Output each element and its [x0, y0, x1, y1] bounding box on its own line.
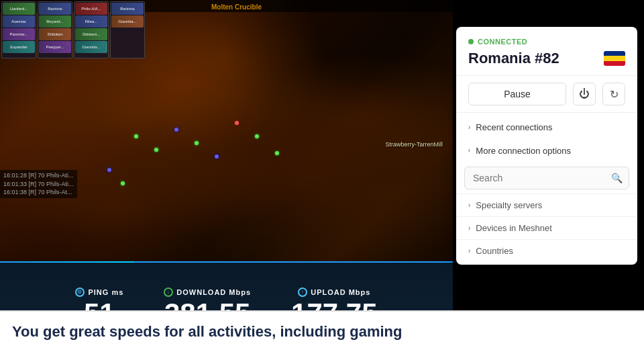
panel-card: Beyond... — [39, 15, 71, 28]
panel-card: Avemiar — [3, 15, 35, 28]
panel-card: Panmier... — [3, 28, 35, 40]
game-background: Llanferd... Avemiar Panmier... Expander … — [0, 0, 453, 289]
log-line-3: 16:01:38 [R] 70 Phils-At... — [3, 188, 74, 197]
unit-dot — [121, 181, 125, 185]
chevron-up-icon: › — [468, 147, 470, 155]
log-line-1: 16:01:28 [R] 70 Phils-Ati... — [3, 171, 74, 180]
game-panels: Llanferd... Avemiar Panmier... Expander … — [1, 1, 145, 58]
pause-button[interactable]: Pause — [468, 83, 566, 105]
upload-icon: ↑ — [298, 288, 307, 297]
game-panel-1: Llanferd... Avemiar Panmier... Expander — [1, 1, 36, 58]
connected-badge: CONNECTED — [468, 38, 625, 46]
connected-dot — [468, 39, 474, 44]
panel-card: Rilea... — [75, 15, 107, 28]
game-player-label: Strawberry-TarrenMill — [385, 141, 443, 148]
ping-icon: ⊙ — [75, 288, 85, 297]
unit-dot — [107, 168, 111, 172]
power-button[interactable]: ⏻ — [573, 83, 596, 105]
country-name: Romania #82 — [468, 50, 559, 67]
devices-in-meshnet-label: Devices in Meshnet — [476, 223, 551, 233]
chevron-down-icon: › — [468, 124, 470, 131]
log-line-2: 16:01:33 [R] 70 Phils-Ati... — [3, 180, 74, 189]
flag-yellow-stripe — [604, 56, 625, 60]
countries-item[interactable]: › Countries — [456, 239, 637, 262]
more-options-item[interactable]: › More connection options — [456, 139, 637, 163]
countries-label: Countries — [476, 246, 513, 256]
flag-red-stripe — [604, 61, 625, 66]
search-container: 🔍 — [464, 167, 629, 189]
vpn-header: CONNECTED Romania #82 — [456, 27, 637, 76]
download-icon: ↓ — [164, 288, 173, 297]
vpn-menu: › Recent connections › More connection o… — [456, 113, 637, 265]
panel-card: Gianritia... — [111, 15, 144, 28]
ping-label: ⊙ PING ms — [75, 288, 123, 297]
unit-dot — [154, 148, 158, 152]
vpn-panel: CONNECTED Romania #82 Pause ⏻ ↻ › Recent… — [456, 27, 637, 265]
panel-card: Barinins — [39, 3, 71, 15]
romania-flag — [604, 51, 625, 66]
flag-blue-stripe — [604, 51, 625, 56]
chevron-right-icon: › — [468, 247, 470, 255]
game-zone-label: Molten Crucible — [211, 3, 262, 11]
chevron-right-icon: › — [468, 202, 470, 209]
vpn-controls: Pause ⏻ ↻ — [456, 76, 637, 113]
panel-card: Gianritia... — [75, 41, 107, 53]
refresh-button[interactable]: ↻ — [602, 83, 625, 105]
game-panel-4: Barinins Gianritia... — [110, 1, 145, 58]
panel-card: Barinins — [111, 3, 144, 15]
upload-label: ↑ UPLOAD Mbps — [291, 288, 377, 297]
unit-dot — [235, 121, 239, 125]
caption-bar: You get great speeds for all activities,… — [0, 310, 644, 352]
specialty-servers-item[interactable]: › Specialty servers — [456, 193, 637, 216]
caption-text: You get great speeds for all activities,… — [12, 323, 402, 341]
game-panel-3: Phils-A/A... Rilea... Stlokeni... Gianri… — [74, 1, 109, 58]
game-panel-2: Barinins Beyond... Shiloken Peepyer... — [38, 1, 72, 58]
recent-connections-label: Recent connections — [476, 122, 552, 132]
specialty-servers-label: Specialty servers — [476, 200, 542, 210]
download-label: ↓ DOWNLOAD Mbps — [164, 288, 251, 297]
unit-dot — [215, 155, 219, 159]
country-row: Romania #82 — [468, 50, 625, 67]
panel-card: Peepyer... — [39, 41, 71, 53]
speed-progress-bar — [0, 261, 134, 263]
search-input[interactable] — [464, 167, 629, 189]
panel-card: Phils-A/A... — [75, 3, 107, 15]
panel-card: Expander — [3, 41, 35, 53]
chevron-right-icon: › — [468, 224, 470, 232]
unit-dot — [275, 151, 279, 155]
more-options-label: More connection options — [476, 146, 571, 156]
unit-dot — [195, 141, 199, 145]
panel-card: Llanferd... — [3, 3, 35, 15]
panel-card: Stlokeni... — [75, 28, 107, 40]
unit-dot — [174, 128, 178, 132]
connected-text: CONNECTED — [478, 38, 527, 46]
panel-card: Shiloken — [39, 28, 71, 40]
recent-connections-item[interactable]: › Recent connections — [456, 116, 637, 139]
game-log: 16:01:28 [R] 70 Phils-Ati... 16:01:33 [R… — [0, 170, 77, 198]
unit-dot — [255, 134, 259, 138]
devices-in-meshnet-item[interactable]: › Devices in Meshnet — [456, 216, 637, 239]
search-icon: 🔍 — [611, 173, 623, 183]
unit-dot — [134, 134, 138, 138]
